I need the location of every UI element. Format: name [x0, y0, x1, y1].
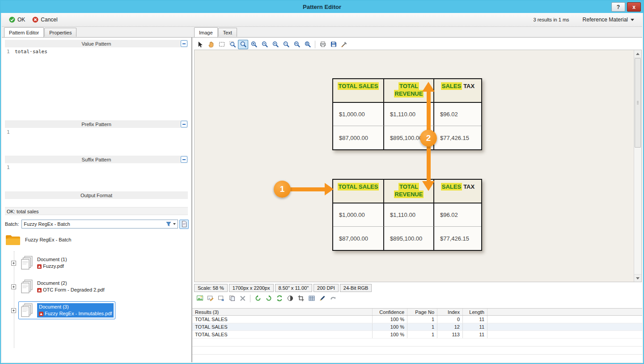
prefix-pattern-editor[interactable]: 1 — [5, 128, 188, 156]
tab-image[interactable]: Image — [194, 27, 218, 37]
zoom-in-icon[interactable] — [249, 40, 259, 49]
expand-icon[interactable] — [11, 308, 16, 313]
collapse-prefix-pattern-button[interactable] — [181, 121, 187, 127]
scroll-up-button[interactable] — [634, 50, 641, 58]
add-image-icon[interactable] — [195, 294, 205, 303]
tree-item-document-2[interactable]: Document (2) OTC Form - Degraded 2.pdf — [11, 277, 188, 296]
view-batch-document-button[interactable] — [179, 220, 189, 229]
results-col-spacer — [487, 309, 642, 315]
table-header-cell: TOTAL SALES — [333, 79, 384, 103]
result-pageno: 1 — [407, 331, 437, 338]
batch-combo-value: Fuzzy RegEx - Batch — [24, 221, 166, 227]
results-col-confidence[interactable]: Confidence — [373, 309, 407, 315]
reference-material-label: Reference Material — [583, 17, 628, 23]
document-stack-icon — [20, 303, 34, 318]
edit-image-icon[interactable] — [205, 294, 216, 303]
document-title[interactable]: Document (1) — [37, 256, 67, 263]
results-col-pageno[interactable]: Page No — [407, 309, 437, 315]
window-controls: ? x — [611, 2, 641, 12]
arrow-down-icon — [636, 277, 640, 279]
copy-image-icon[interactable] — [227, 294, 237, 303]
suffix-pattern-editor[interactable]: 1 — [5, 163, 188, 191]
pan-hand-icon[interactable] — [206, 40, 216, 49]
delete-image-icon[interactable] — [237, 294, 248, 303]
batch-combo[interactable]: Fuzzy RegEx - Batch — [21, 220, 178, 229]
scroll-down-button[interactable] — [634, 274, 641, 282]
document-title[interactable]: Document (3) — [39, 304, 112, 310]
tree-root-batch[interactable]: Fuzzy RegEx - Batch — [5, 233, 188, 247]
zoom-fit-page-icon[interactable] — [302, 40, 313, 49]
result-value: TOTAL SALES — [192, 323, 373, 330]
document-filename[interactable]: Fuzzy.pdf — [43, 263, 64, 270]
tree-item-document-3[interactable]: Document (3) Fuzzy RegEx - Immutables.pd… — [11, 301, 188, 320]
annotate-pen-icon[interactable] — [317, 294, 327, 303]
document-filename[interactable]: Fuzzy RegEx - Immutables.pdf — [45, 310, 112, 317]
zoom-window-icon[interactable] — [227, 40, 237, 49]
folder-icon — [5, 233, 21, 246]
document-icon — [182, 221, 187, 227]
expand-icon[interactable] — [11, 284, 16, 289]
results-row-1[interactable]: TOTAL SALES 100 % 1 0 11 — [192, 316, 642, 323]
zoom-actual-size-icon[interactable] — [270, 40, 280, 49]
result-index: 0 — [437, 316, 463, 323]
document-filename[interactable]: OTC Form - Degraded 2.pdf — [43, 287, 105, 293]
results-info: 3 results in 1 ms — [534, 17, 569, 22]
refresh-icon[interactable] — [274, 294, 284, 303]
zoom-fit-width-icon[interactable] — [292, 40, 302, 49]
close-button[interactable]: x — [627, 2, 641, 12]
help-button[interactable]: ? — [611, 2, 625, 12]
zones-grid-icon[interactable] — [306, 294, 317, 303]
pattern-editor-panel: Value Pattern 1 total·sales Prefix Patte… — [2, 37, 192, 362]
results-col-index[interactable]: Index — [437, 309, 463, 315]
value-pattern-editor[interactable]: 1 total·sales — [5, 47, 188, 120]
collapse-value-pattern-button[interactable] — [181, 40, 187, 47]
results-row-2[interactable]: TOTAL SALES 100 % 1 12 11 — [192, 323, 642, 331]
undo-icon[interactable] — [328, 294, 338, 303]
rotate-left-icon[interactable] — [253, 294, 263, 303]
results-col-results[interactable]: Results (3) — [192, 309, 373, 315]
window-title: Pattern Editor — [303, 4, 341, 10]
invert-colors-icon[interactable] — [285, 294, 295, 303]
pointer-icon[interactable] — [195, 40, 205, 49]
document-preview-canvas[interactable]: TOTAL SALES TOTALREVENUE SALESTAX $1,000… — [195, 50, 634, 282]
reference-material-button[interactable]: Reference Material — [579, 15, 638, 24]
expand-icon[interactable] — [11, 261, 16, 266]
document-title[interactable]: Document (2) — [37, 280, 105, 287]
tree-root-label[interactable]: Fuzzy RegEx - Batch — [25, 237, 71, 242]
left-panel: Pattern Editor Properties Value Pattern … — [2, 27, 192, 362]
image-statusbar: Scale: 58 % 1700px x 2200px 8.50" x 11.0… — [194, 284, 373, 292]
cancel-label: Cancel — [41, 17, 57, 23]
tab-pattern-editor[interactable]: Pattern Editor — [4, 27, 44, 37]
marquee-select-icon[interactable] — [216, 40, 227, 49]
tools-icon[interactable] — [339, 40, 349, 49]
ok-button[interactable]: OK — [6, 16, 28, 24]
table-cell: $77,426.15 — [434, 126, 481, 149]
pdf-icon — [37, 288, 42, 292]
line-number: 1 — [7, 165, 10, 170]
results-col-length[interactable]: Length — [463, 309, 487, 315]
zoom-fit-icon[interactable] — [281, 40, 291, 49]
tab-properties[interactable]: Properties — [44, 28, 76, 37]
result-pageno: 1 — [407, 316, 437, 323]
print-icon[interactable] — [318, 40, 328, 49]
results-row-3[interactable]: TOTAL SALES 100 % 1 113 11 — [192, 331, 642, 339]
save-icon[interactable] — [328, 40, 339, 49]
output-format-title: Output Format — [80, 193, 112, 198]
vertical-scrollbar[interactable] — [634, 50, 641, 282]
filter-funnel-icon[interactable] — [166, 221, 171, 227]
scrollbar-thumb[interactable] — [635, 58, 641, 148]
annotation-arrow-1 — [290, 187, 326, 191]
collapse-suffix-pattern-button[interactable] — [181, 156, 187, 163]
result-index: 12 — [437, 323, 463, 330]
export-image-icon[interactable] — [216, 294, 226, 303]
right-panel: Image Text — [192, 27, 642, 362]
dpi-indicator: 200 DPI — [314, 284, 339, 292]
crop-icon[interactable] — [296, 294, 306, 303]
preview-table-2: TOTAL SALES TOTALREVENUE SALESTAX $1,000… — [332, 179, 482, 251]
tab-text[interactable]: Text — [218, 28, 237, 37]
tree-item-document-1[interactable]: Document (1) Fuzzy.pdf — [11, 253, 188, 273]
zoom-tool-icon[interactable] — [238, 40, 248, 49]
cancel-button[interactable]: Cancel — [30, 16, 60, 24]
rotate-right-icon[interactable] — [263, 294, 274, 303]
zoom-out-icon[interactable] — [259, 40, 270, 49]
